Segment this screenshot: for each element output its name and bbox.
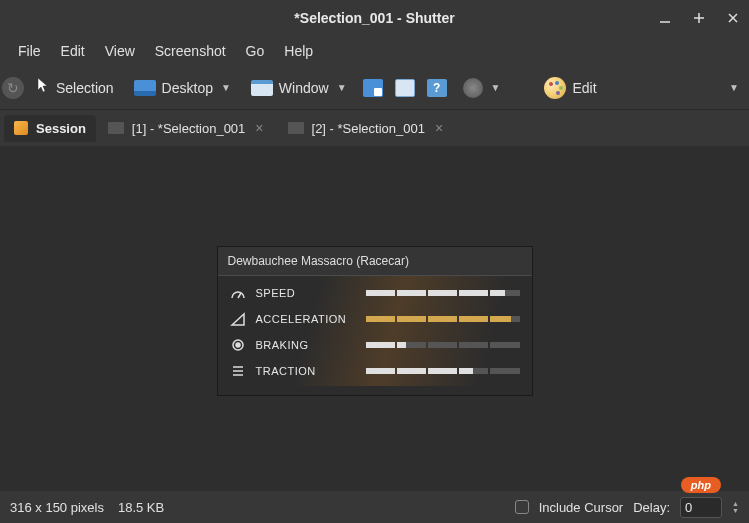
stat-bar bbox=[366, 368, 520, 374]
tab-bar: Session [1] - *Selection_001 × [2] - *Se… bbox=[0, 110, 749, 146]
chevron-down-icon: ▼ bbox=[221, 82, 231, 93]
toolbar-overflow-icon[interactable]: ▼ bbox=[729, 82, 747, 93]
traction-icon bbox=[230, 364, 246, 378]
cursor-icon bbox=[36, 77, 50, 99]
thumbnail-icon bbox=[288, 122, 304, 134]
menu-edit[interactable]: Edit bbox=[51, 39, 95, 63]
delay-spinner[interactable]: ▲▼ bbox=[732, 500, 739, 514]
menu-file[interactable]: File bbox=[8, 39, 51, 63]
desktop-tool[interactable]: Desktop ▼ bbox=[126, 77, 239, 99]
braking-icon bbox=[230, 338, 246, 352]
selection-tool[interactable]: Selection bbox=[28, 74, 122, 102]
desktop-label: Desktop bbox=[162, 80, 213, 96]
thumbnail-icon bbox=[108, 122, 124, 134]
tab-label: [1] - *Selection_001 bbox=[132, 121, 245, 136]
blur-icon bbox=[463, 78, 483, 98]
stat-bar bbox=[366, 290, 520, 296]
viewport: Dewbauchee Massacro (Racecar) SPEEDACCEL… bbox=[0, 146, 749, 491]
chevron-down-icon: ▼ bbox=[491, 82, 501, 93]
close-icon[interactable]: × bbox=[253, 120, 265, 136]
close-icon[interactable]: × bbox=[433, 120, 445, 136]
window-tool[interactable]: Window ▼ bbox=[243, 77, 355, 99]
stat-row: TRACTION bbox=[230, 364, 520, 378]
tab-session[interactable]: Session bbox=[4, 115, 96, 142]
titlebar: *Selection_001 - Shutter bbox=[0, 0, 749, 36]
statusbar: 316 x 150 pixels 18.5 KB php Include Cur… bbox=[0, 491, 749, 523]
toolbar: ↻ Selection Desktop ▼ Window ▼ ? ▼ Edit … bbox=[0, 66, 749, 110]
palette-icon bbox=[544, 77, 566, 99]
acceleration-icon bbox=[230, 312, 246, 326]
stat-bar bbox=[366, 316, 520, 322]
speed-icon bbox=[230, 286, 246, 300]
delay-input[interactable] bbox=[680, 497, 722, 518]
include-cursor-checkbox[interactable] bbox=[515, 500, 529, 514]
stat-label: BRAKING bbox=[256, 339, 356, 351]
window-title: *Selection_001 - Shutter bbox=[294, 10, 454, 26]
image-dimensions: 316 x 150 pixels bbox=[10, 500, 104, 515]
stat-row: ACCELERATION bbox=[230, 312, 520, 326]
delay-label: Delay: bbox=[633, 500, 670, 515]
selection-label: Selection bbox=[56, 80, 114, 96]
clipboard-icon[interactable] bbox=[391, 74, 419, 102]
include-cursor-label: Include Cursor bbox=[539, 500, 624, 515]
stat-row: SPEED bbox=[230, 286, 520, 300]
tab-selection-1[interactable]: [1] - *Selection_001 × bbox=[98, 114, 276, 142]
stat-label: SPEED bbox=[256, 287, 356, 299]
minimize-button[interactable] bbox=[657, 10, 673, 26]
menu-help[interactable]: Help bbox=[274, 39, 323, 63]
session-icon bbox=[14, 121, 28, 135]
menu-view[interactable]: View bbox=[95, 39, 145, 63]
stat-bar bbox=[366, 342, 520, 348]
help-upload-icon[interactable]: ? bbox=[423, 74, 451, 102]
window-icon bbox=[251, 80, 273, 96]
tab-label: Session bbox=[36, 121, 86, 136]
redo-capture-icon[interactable]: ↻ bbox=[2, 77, 24, 99]
edit-label: Edit bbox=[572, 80, 596, 96]
vehicle-name: Dewbauchee Massacro (Racecar) bbox=[218, 247, 532, 276]
maximize-button[interactable] bbox=[691, 10, 707, 26]
effects-tool[interactable]: ▼ bbox=[455, 75, 509, 101]
vehicle-stats: SPEEDACCELERATIONBRAKINGTRACTION bbox=[218, 276, 532, 386]
menu-go[interactable]: Go bbox=[236, 39, 275, 63]
window-label: Window bbox=[279, 80, 329, 96]
screenshot-preview[interactable]: Dewbauchee Massacro (Racecar) SPEEDACCEL… bbox=[217, 246, 533, 396]
close-button[interactable] bbox=[725, 10, 741, 26]
menubar: File Edit View Screenshot Go Help bbox=[0, 36, 749, 66]
stat-label: TRACTION bbox=[256, 365, 356, 377]
desktop-icon bbox=[134, 80, 156, 96]
edit-tool[interactable]: Edit bbox=[536, 74, 604, 102]
stat-row: BRAKING bbox=[230, 338, 520, 352]
svg-point-7 bbox=[236, 343, 240, 347]
tab-selection-2[interactable]: [2] - *Selection_001 × bbox=[278, 114, 456, 142]
watermark: php bbox=[681, 477, 721, 493]
menu-screenshot[interactable]: Screenshot bbox=[145, 39, 236, 63]
file-size: 18.5 KB bbox=[118, 500, 164, 515]
tab-label: [2] - *Selection_001 bbox=[312, 121, 425, 136]
chevron-down-icon: ▼ bbox=[337, 82, 347, 93]
svg-line-5 bbox=[238, 293, 241, 298]
export-icon[interactable] bbox=[359, 74, 387, 102]
stat-label: ACCELERATION bbox=[256, 313, 356, 325]
